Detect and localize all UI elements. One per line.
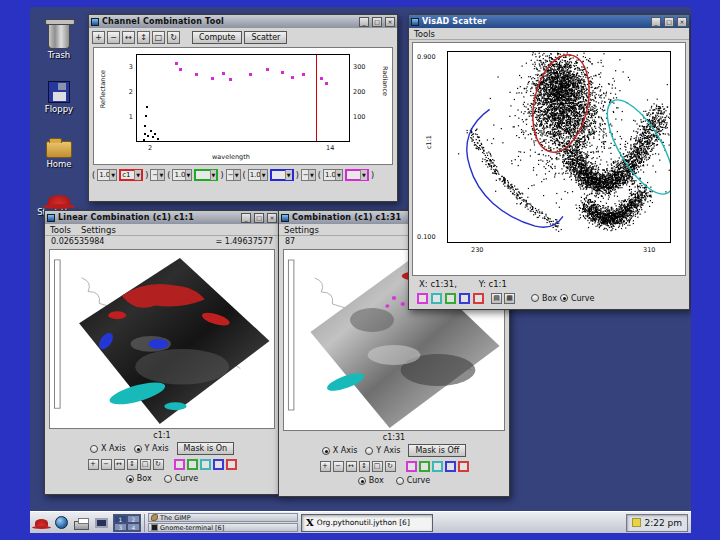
x-axis-radio[interactable]: X Axis	[90, 444, 126, 453]
desktop-background[interactable]: Trash Floppy Home Start Here Linear Comb…	[30, 7, 691, 533]
channel-color-button[interactable]	[406, 461, 417, 472]
tool-button[interactable]: ↕	[359, 461, 370, 472]
channel-combo[interactable]: ▼	[270, 169, 294, 181]
coefficient-combo[interactable]: 1.0▼	[172, 169, 192, 181]
visad-scatter-canvas[interactable]	[448, 52, 670, 242]
tool-button[interactable]: +	[92, 31, 105, 44]
y-axis-radio[interactable]: Y Axis	[134, 444, 169, 453]
channel-color-button[interactable]	[445, 461, 456, 472]
tool-button[interactable]: ↻	[167, 31, 180, 44]
channel-color-button[interactable]	[174, 459, 185, 470]
tool-button[interactable]: +	[88, 459, 99, 470]
scatter-button[interactable]: Scatter	[244, 31, 287, 44]
visad-axis-box[interactable]	[447, 51, 671, 243]
maximize-button[interactable]: □	[254, 213, 264, 223]
tool-button[interactable]: ↻	[153, 459, 164, 470]
minimize-button[interactable]: _	[651, 17, 661, 27]
close-button[interactable]: ×	[385, 17, 395, 27]
workspace-cell-4[interactable]: 4	[127, 523, 140, 531]
operator-combo[interactable]: −▼	[150, 169, 165, 181]
channel-color-button[interactable]	[187, 459, 198, 470]
titlebar[interactable]: Channel Combination Tool _ □ ×	[89, 15, 397, 28]
cct-axis-box[interactable]	[136, 54, 350, 142]
compute-button[interactable]: Compute	[192, 31, 242, 44]
coefficient-combo[interactable]: 1.0▼	[248, 169, 268, 181]
channel-color-button[interactable]	[473, 293, 484, 304]
tool-button[interactable]: ↕	[127, 459, 138, 470]
menu-settings[interactable]: Settings	[284, 225, 319, 235]
minimize-button[interactable]: _	[359, 17, 369, 27]
task-button-terminal[interactable]: Gnome-terminal [6]	[148, 523, 298, 532]
tool-button[interactable]: ↔	[346, 461, 357, 472]
curve-radio[interactable]: Curve	[396, 476, 431, 485]
browser-launcher[interactable]	[53, 514, 70, 532]
desktop-icon-trash[interactable]: Trash	[36, 19, 82, 60]
coefficient-combo[interactable]: 1.0▼	[323, 169, 343, 181]
tool-button[interactable]: ▤	[491, 293, 502, 304]
workspace-pager[interactable]: 1234	[113, 514, 141, 532]
workspace-cell-2[interactable]: 2	[127, 515, 140, 523]
tool-button[interactable]: ↕	[137, 31, 150, 44]
desktop-icon-floppy[interactable]: Floppy	[36, 75, 82, 114]
menu-tools[interactable]: Tools	[414, 29, 435, 39]
operator-combo[interactable]: −▼	[226, 169, 241, 181]
titlebar[interactable]: Linear Combination (c1) c1:1 _ □ ×	[45, 211, 279, 224]
mask-toggle-button[interactable]: Mask is Off	[408, 444, 466, 457]
channel-color-button[interactable]	[459, 293, 470, 304]
channel-color-button[interactable]	[226, 459, 237, 470]
desktop-icon-home[interactable]: Home	[36, 131, 82, 169]
tool-button[interactable]: □	[140, 459, 151, 470]
screen-launcher[interactable]	[93, 514, 110, 532]
operator-combo[interactable]: −▼	[301, 169, 316, 181]
workspace-cell-3[interactable]: 3	[114, 523, 127, 531]
image-display-c1-1[interactable]	[49, 249, 275, 429]
tool-button[interactable]: ↔	[122, 31, 135, 44]
menu-settings[interactable]: Settings	[81, 225, 116, 235]
channel-combo[interactable]: ▼	[345, 169, 369, 181]
channel-color-button[interactable]	[417, 293, 428, 304]
task-button-gimp[interactable]: The GIMP	[148, 513, 298, 522]
channel-color-button[interactable]	[445, 293, 456, 304]
tool-button[interactable]: −	[101, 459, 112, 470]
channel-combo[interactable]: ▼	[194, 169, 218, 181]
box-radio[interactable]: Box	[126, 474, 152, 483]
channel-color-button[interactable]	[200, 459, 211, 470]
box-radio[interactable]: Box	[358, 476, 384, 485]
tool-button[interactable]: +	[320, 461, 331, 472]
close-button[interactable]: ×	[677, 17, 687, 27]
coefficient-combo[interactable]: 1.0▼	[97, 169, 117, 181]
scatter-plot[interactable]: 0.900 0.100 c1:1 230 310	[412, 42, 686, 276]
curve-radio[interactable]: Curve	[560, 294, 595, 303]
minimize-button[interactable]: _	[241, 213, 251, 223]
mask-toggle-button[interactable]: Mask is On	[177, 442, 234, 455]
close-button[interactable]: ×	[267, 213, 277, 223]
channel-color-button[interactable]	[431, 293, 442, 304]
tool-button[interactable]: ↻	[385, 461, 396, 472]
tool-button[interactable]: □	[372, 461, 383, 472]
channel-color-button[interactable]	[432, 461, 443, 472]
channel-color-button[interactable]	[213, 459, 224, 470]
tool-button[interactable]: ↔	[114, 459, 125, 470]
tool-button[interactable]: □	[152, 31, 165, 44]
menu-tools[interactable]: Tools	[50, 225, 71, 235]
x-axis-radio[interactable]: X Axis	[322, 446, 358, 455]
maximize-button[interactable]: □	[372, 17, 382, 27]
channel-color-button[interactable]	[458, 461, 469, 472]
titlebar[interactable]: VisAD Scatter _ □ ×	[409, 15, 689, 28]
channel-combo[interactable]: c1▼	[119, 169, 143, 181]
tool-button[interactable]: −	[333, 461, 344, 472]
tool-button[interactable]: ▦	[504, 293, 515, 304]
main-menu-button[interactable]	[33, 514, 50, 532]
printer-launcher[interactable]	[73, 514, 90, 532]
channel-color-button[interactable]	[419, 461, 430, 472]
curve-radio[interactable]: Curve	[164, 474, 199, 483]
selected-wavelength-line[interactable]	[316, 55, 317, 141]
workspace-cell-1[interactable]: 1	[114, 515, 127, 523]
maximize-button[interactable]: □	[664, 17, 674, 27]
spectrum-plot[interactable]: Reflectance Radiance 3 2 1 300 200 100 2…	[93, 47, 393, 165]
tool-button[interactable]: −	[107, 31, 120, 44]
clock[interactable]: 2:22 pm	[626, 514, 688, 532]
y-axis-radio[interactable]: Y Axis	[365, 446, 400, 455]
task-button-jython[interactable]: X Org.pythonutil.jython [6]	[301, 514, 433, 532]
box-radio[interactable]: Box	[531, 294, 557, 303]
